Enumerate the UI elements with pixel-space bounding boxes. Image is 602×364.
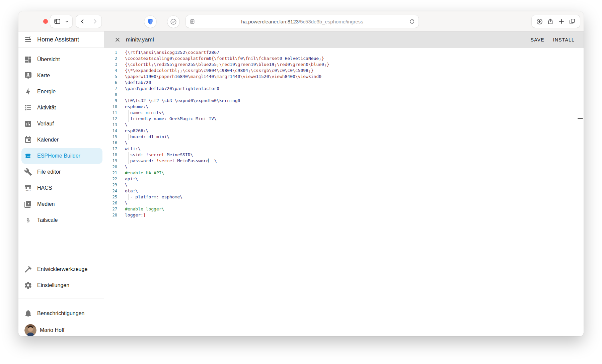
code-line[interactable]: 14esp8266:\ <box>104 128 584 134</box>
back-button[interactable] <box>79 18 85 24</box>
code-line-text: wifi:\ <box>125 146 141 152</box>
line-number: 19 <box>104 158 117 164</box>
sidebar-item-label: Karte <box>37 73 50 79</box>
url-path: /5c53de3b_esphome/ingress <box>299 19 363 24</box>
code-line[interactable]: 6\deftab720 <box>104 80 584 86</box>
sidebar-item-hacs[interactable]: HACSHACS <box>21 180 102 196</box>
code-line[interactable]: 2\cocoatextscaling0\cocoaplatform0{\font… <box>104 56 584 62</box>
code-line[interactable]: 9\f0\fs32 \cf2 \cb3 \expnd0\expndtw0\ker… <box>104 98 584 104</box>
code-line[interactable]: 20\ <box>104 164 584 170</box>
sidebar-item-label: Entwicklerwerkzeuge <box>37 266 87 272</box>
line-number: 5 <box>104 74 117 80</box>
line-number: 6 <box>104 80 117 86</box>
sidebar-item-entwicklerwerkzeuge[interactable]: Entwicklerwerkzeuge <box>21 261 102 277</box>
sidebar-item-file-editor[interactable]: File editor <box>21 164 102 180</box>
code-line[interactable]: 8 <box>104 92 584 98</box>
tailscale-icon <box>24 216 32 224</box>
code-line-text: \ <box>125 140 128 146</box>
sidebar-item-label: Energie <box>37 89 56 95</box>
line-number: 9 <box>104 98 117 104</box>
code-line[interactable]: 17wifi:\ <box>104 146 584 152</box>
code-line[interactable]: 24ota:\ <box>104 188 584 194</box>
line-number: 21 <box>104 170 117 176</box>
sidebar-item-kalender[interactable]: Kalender <box>21 132 102 148</box>
sidebar-item-esphome-builder[interactable]: ESPHome Builder <box>21 148 102 164</box>
tab-overview-button[interactable] <box>569 18 576 25</box>
code-line[interactable]: 19 password: !secret MeinPassword \ <box>104 158 584 164</box>
line-number: 14 <box>104 128 117 134</box>
sidebar-item-label: Übersicht <box>37 57 60 63</box>
page-content: Home Assistant ÜbersichtKarteEnergieAkti… <box>18 31 584 336</box>
reload-button[interactable] <box>409 19 415 24</box>
svg-text:HACS: HACS <box>26 189 31 191</box>
sidebar-bottom-items: EntwicklerwerkzeugeEinstellungen <box>18 261 104 293</box>
sidebar-item-einstellungen[interactable]: Einstellungen <box>21 277 102 293</box>
downloads-button[interactable] <box>536 18 543 25</box>
code-line-text: esphome:\ <box>125 104 148 110</box>
sidebar-bottom: EntwicklerwerkzeugeEinstellungen Benachr… <box>18 261 104 336</box>
address-bar[interactable]: ha.powercleaner.lan:8123/5c53de3b_esphom… <box>186 15 419 28</box>
hammer-icon <box>24 265 32 273</box>
sidebar-panel-icon[interactable] <box>54 18 61 25</box>
sidebar-item-benachrichtigungen[interactable]: Benachrichtigungen <box>21 305 102 322</box>
code-line[interactable]: 3{\colortbl;\red255\green255\blue255;\re… <box>104 62 584 68</box>
sidebar-item-karte[interactable]: Karte <box>21 68 102 84</box>
code-line[interactable]: 11 name: minitv\ <box>104 110 584 116</box>
code-line-text: ota:\ <box>125 188 138 194</box>
sidebar-collapse-icon[interactable] <box>24 35 32 43</box>
forward-button <box>92 18 98 24</box>
code-line[interactable]: 26\ <box>104 200 584 206</box>
sidebar-item-medien[interactable]: Medien <box>21 196 102 212</box>
code-line[interactable]: 10esphome:\ <box>104 104 584 110</box>
history-chart-icon <box>24 120 32 128</box>
media-icon <box>24 200 32 208</box>
code-line[interactable]: 15 board: d1_mini\ <box>104 134 584 140</box>
extension-button[interactable] <box>167 16 179 28</box>
editor-header: minitv.yaml SAVE INSTALL <box>104 31 584 48</box>
code-line[interactable]: 18 ssid: !secret MeineSSID\ <box>104 152 584 158</box>
close-window-button[interactable] <box>43 19 48 24</box>
code-lines: 1{\rtf1\ansi\ansicpg1252\cocoartf28672\c… <box>104 50 584 218</box>
code-line[interactable]: 28logger:} <box>104 212 584 218</box>
code-line[interactable]: 25 - platform: esphome\ <box>104 194 584 200</box>
code-line[interactable]: 21#enable HA API\ <box>104 170 584 176</box>
save-button[interactable]: SAVE <box>531 37 544 42</box>
sidebar-item-label: Einstellungen <box>37 282 69 288</box>
code-line[interactable]: 16\ <box>104 140 584 146</box>
file-name: minitv.yaml <box>126 36 154 43</box>
code-line[interactable]: 4{\*\expandedcolortbl;;\cssrgb\c9804\c98… <box>104 68 584 74</box>
sidebar-toggle-group <box>50 15 72 28</box>
share-button[interactable] <box>547 18 554 25</box>
code-line-text: \ <box>125 182 128 188</box>
code-line[interactable]: 27#enable logger\ <box>104 206 584 212</box>
sidebar-item-verlauf[interactable]: Verlauf <box>21 116 102 132</box>
editor-panel: minitv.yaml SAVE INSTALL 1{\rtf1\ansi\an… <box>104 31 584 336</box>
bitwarden-extension-button[interactable] <box>144 16 156 28</box>
sidebar-item-energie[interactable]: Energie <box>21 84 102 100</box>
code-line[interactable]: 23\ <box>104 182 584 188</box>
sidebar-item-user[interactable]: Mario Hoff <box>21 322 102 336</box>
sidebar-item--bersicht[interactable]: Übersicht <box>21 52 102 68</box>
code-editor[interactable]: 1{\rtf1\ansi\ansicpg1252\cocoartf28672\c… <box>104 48 584 336</box>
code-line[interactable]: 7\pard\pardeftab720\partightenfactor0 <box>104 86 584 92</box>
code-line[interactable]: 12 friendly_name: GeekMagic Mini-TV\ <box>104 116 584 122</box>
close-icon[interactable] <box>115 37 121 43</box>
new-tab-button[interactable] <box>558 18 565 25</box>
line-number: 16 <box>104 140 117 146</box>
code-line-text: name: minitv\ <box>125 110 164 116</box>
reader-icon[interactable] <box>190 19 195 24</box>
code-line[interactable]: 22api:\ <box>104 176 584 182</box>
code-line[interactable]: 5\paperw11900\paperh16840\margl1440\marg… <box>104 74 584 80</box>
line-number: 13 <box>104 122 117 128</box>
chevron-down-icon[interactable] <box>65 19 69 24</box>
code-line-text: #enable logger\ <box>125 206 164 212</box>
divider <box>18 298 104 298</box>
code-line[interactable]: 13\ <box>104 122 584 128</box>
sidebar-item-aktivit-t[interactable]: Aktivität <box>21 100 102 116</box>
code-line[interactable]: 1{\rtf1\ansi\ansicpg1252\cocoartf2867 <box>104 50 584 56</box>
url-host: ha.powercleaner.lan:8123 <box>241 19 299 24</box>
code-line-text: \pard\pardeftab720\partightenfactor0 <box>125 86 219 92</box>
line-number: 12 <box>104 116 117 122</box>
sidebar-item-tailscale[interactable]: Tailscale <box>21 212 102 228</box>
install-button[interactable]: INSTALL <box>553 37 575 42</box>
